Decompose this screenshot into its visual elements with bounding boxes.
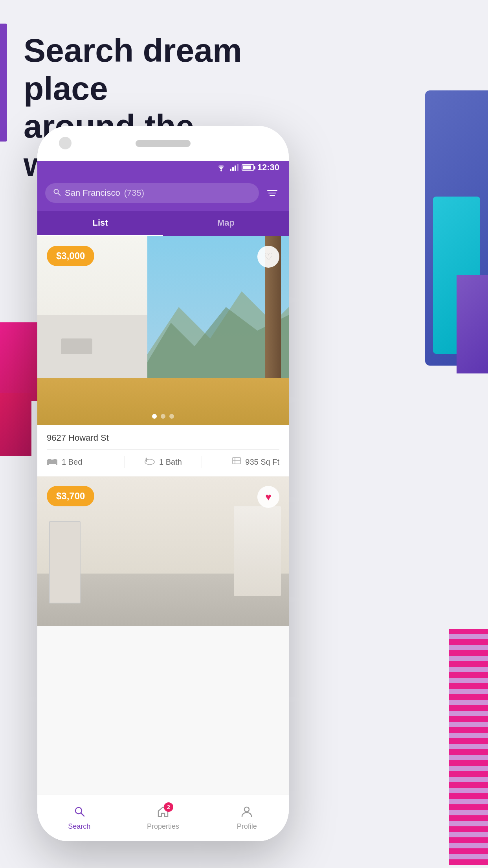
phone-screen: 12:30 San Francisco (735) [37,157,289,841]
search-count: (735) [124,188,144,198]
price-badge-2: $3,700 [47,486,94,506]
search-icon [53,188,61,198]
profile-nav-label: Profile [237,822,257,831]
property-image-2: $3,700 ♥ [37,476,289,626]
sqft-icon-1 [232,456,241,467]
svg-rect-3 [235,166,236,171]
svg-line-22 [81,813,84,816]
beds-text-1: 1 Bed [62,458,82,467]
phone-camera [59,137,72,149]
favorite-button-1[interactable]: ♡ [257,246,279,268]
svg-rect-14 [48,459,51,461]
sqft-text-1: 935 Sq Ft [245,458,279,467]
bed-icon-1 [47,456,58,467]
svg-point-21 [75,807,82,814]
price-badge-1: $3,000 [47,246,94,266]
properties-badge: 2 [164,802,173,812]
signal-icon [230,164,238,171]
svg-point-0 [220,170,222,171]
svg-point-23 [244,807,249,812]
svg-rect-1 [230,169,231,171]
feature-baths-1: 1 Bath [125,456,202,467]
profile-nav-icon [241,805,252,820]
phone-frame: 12:30 San Francisco (735) [37,126,289,841]
blue-block-right [425,90,488,366]
svg-rect-4 [237,164,238,171]
baths-text-1: 1 Bath [159,458,182,467]
phone-speaker [136,140,191,147]
svg-rect-15 [53,459,57,461]
stripes-block-right [449,629,488,865]
battery-icon [242,164,254,171]
property-card-1[interactable]: $3,000 ♡ 9627 Howard St [37,236,289,476]
nav-properties[interactable]: 2 Properties [121,805,205,831]
favorite-button-2[interactable]: ♥ [257,486,279,508]
property-address-1: 9627 Howard St [47,433,279,443]
status-time: 12:30 [257,162,279,173]
tab-list[interactable]: List [37,211,163,236]
status-icons: 12:30 [216,162,279,173]
carousel-dots-1 [37,414,289,419]
heart-icon-2: ♥ [265,491,271,503]
svg-line-6 [58,193,61,195]
phone-bezel-top [37,126,289,161]
filter-button[interactable] [264,184,281,202]
property-features-1: 1 Bed 1 Bath [47,456,279,468]
left-bar-accent [0,24,7,142]
search-location: San Francisco [65,188,120,198]
property-info-1: 9627 Howard St [37,425,289,476]
search-nav-label: Search [68,822,90,831]
wifi-icon [216,164,227,171]
heart-icon-1: ♡ [264,251,273,263]
nav-search[interactable]: Search [37,805,121,831]
tab-map[interactable]: Map [163,211,289,236]
properties-nav-badge-container: 2 [157,805,169,820]
pink-block-left-2 [0,393,31,456]
purple-block-right [457,275,488,373]
teal-block-right [433,197,480,354]
nav-profile[interactable]: Profile [205,805,289,831]
properties-nav-label: Properties [147,822,179,831]
property-card-2[interactable]: $3,700 ♥ [37,476,289,626]
svg-rect-12 [56,463,57,465]
bath-icon-1 [144,456,155,467]
bottom-navigation: Search 2 Properties [37,794,289,841]
search-nav-icon [73,805,85,820]
search-input-container[interactable]: San Francisco (735) [45,183,259,203]
feature-beds-1: 1 Bed [47,456,124,467]
view-tabs: List Map [37,211,289,236]
phone-mockup: 12:30 San Francisco (735) [37,126,289,841]
search-bar[interactable]: San Francisco (735) [37,178,289,211]
pink-block-left [0,322,43,401]
property-image-1: $3,000 ♡ [37,236,289,425]
svg-rect-11 [47,463,49,465]
svg-rect-2 [232,167,234,171]
feature-sqft-1: 935 Sq Ft [202,456,279,467]
